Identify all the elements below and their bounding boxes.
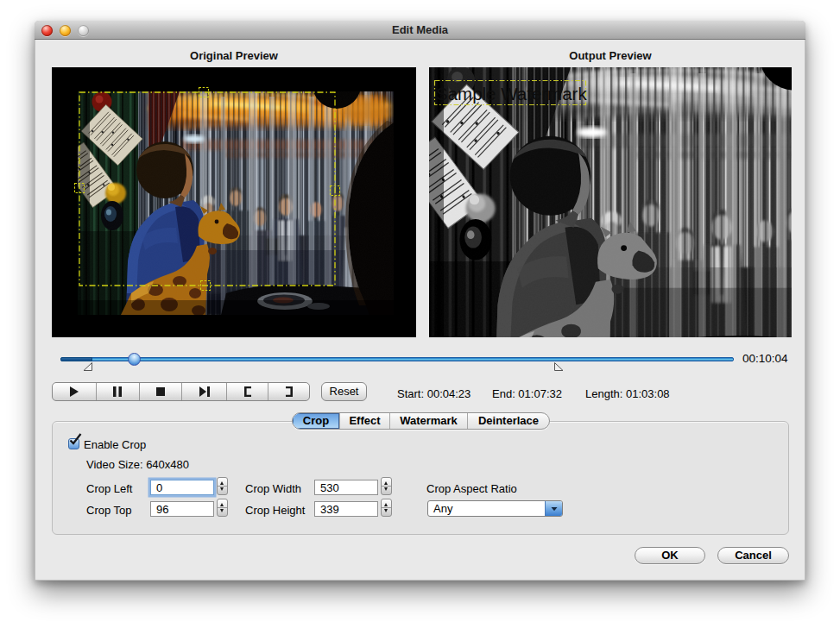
svg-text:Sample Watermark: Sample Watermark bbox=[436, 84, 587, 104]
